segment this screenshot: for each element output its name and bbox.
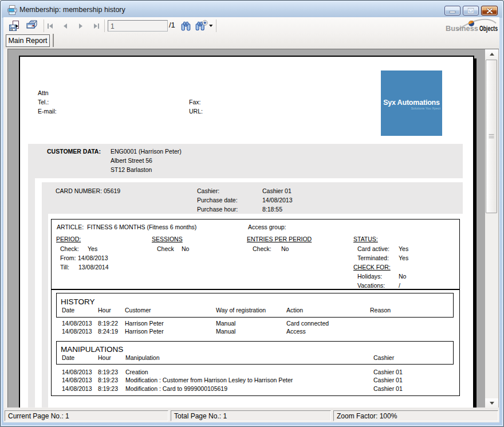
svg-text:Business: Business: [446, 24, 478, 33]
history-row: Manual: [216, 320, 235, 327]
history-header: Reason: [370, 307, 391, 314]
history-row: Card connected: [286, 320, 329, 327]
period-check-label: Check:: [60, 245, 79, 253]
period-check-value: Yes: [88, 245, 97, 253]
export-icon: [9, 20, 20, 32]
manipulations-header: Date: [62, 354, 74, 362]
card-group-strip: [42, 214, 48, 408]
card-number-label: CARD NUMBER: 05619: [56, 187, 120, 195]
customer-line: ST12 Barlaston: [111, 166, 152, 174]
find-button[interactable]: [179, 19, 192, 33]
customer-line: ENG0001 (Harrison Peter): [111, 148, 182, 155]
manipulations-row: 14/08/2013: [62, 377, 92, 384]
history-row: 8:19:22: [98, 320, 118, 327]
history-row: Access: [286, 328, 306, 335]
attn-label: Attn: [38, 89, 49, 97]
customer-data-label: CUSTOMER DATA:: [47, 148, 101, 155]
manipulations-row: Modification : Customer from Harrison Le…: [125, 377, 293, 384]
status-total-page: Total Page No.: 1: [171, 410, 331, 421]
email-label: E-mail:: [38, 108, 57, 115]
print-button[interactable]: [25, 19, 38, 33]
window-title: Membership: membership history: [19, 6, 125, 14]
card-field: Purchase date:: [197, 197, 238, 204]
card-field: 8:18:55: [262, 206, 282, 213]
tel-label: Tel.:: [38, 99, 49, 106]
history-row: Manual: [216, 328, 235, 335]
manipulations-row: Creation: [125, 369, 148, 376]
print-icon: [26, 20, 38, 32]
manipulations-row: 14/08/2013: [62, 385, 92, 393]
scroll-down-button[interactable]: [485, 398, 498, 408]
access-group-label: Access group:: [248, 224, 286, 231]
article-label: ARTICLE:: [57, 224, 84, 231]
search-icon: [180, 21, 191, 32]
sessions-check-value: No: [182, 245, 189, 253]
last-page-icon: [93, 23, 100, 29]
status-current-page: Current Page No.: 1: [5, 410, 168, 421]
logo-name: Syx Automations: [381, 99, 442, 107]
status-bar: Current Page No.: 1 Total Page No.: 1 Zo…: [3, 409, 499, 422]
customer-group-strip: [28, 178, 35, 408]
period-from-label: From:: [60, 254, 76, 262]
history-row: Harrison Peter: [125, 320, 164, 327]
toolbar-separator: [216, 19, 216, 32]
checkfor-row: Vacations:: [357, 282, 385, 289]
client-area: /1: [3, 17, 499, 422]
syx-automations-logo: Syx Automations Solutions You Xpect: [381, 70, 442, 136]
history-row: 14/08/2013: [62, 320, 92, 327]
manipulations-header: Cashier: [373, 354, 394, 362]
maximize-button[interactable]: [463, 6, 479, 15]
entries-check-label: Check:: [253, 245, 271, 253]
first-page-icon: [47, 23, 53, 29]
entries-title: ENTRIES PER PERIOD: [247, 236, 312, 243]
export-button[interactable]: [7, 19, 21, 33]
first-page-button[interactable]: [44, 20, 56, 32]
previous-page-icon: [63, 23, 68, 29]
status-row: Yes: [399, 254, 408, 262]
logo-tagline: Solutions You Xpect: [411, 107, 440, 110]
manipulations-header: Hour: [98, 354, 111, 362]
tab-main-report[interactable]: Main Report: [6, 34, 50, 47]
app-window: Membership: membership history: [0, 0, 504, 427]
scrollbar-thumb[interactable]: [486, 60, 497, 213]
checkfor-row: /: [399, 282, 400, 289]
scroll-up-button[interactable]: [485, 49, 498, 59]
manipulations-row: Cashier 01: [373, 377, 403, 384]
status-row: Terminated:: [357, 254, 389, 262]
history-header: Action: [286, 307, 303, 314]
card-field: Cashier:: [197, 187, 219, 195]
manipulations-row: 8:19:23: [98, 377, 118, 384]
period-from-value: 14/08/2013: [78, 254, 108, 262]
close-icon: [486, 8, 493, 13]
minimize-icon: [449, 8, 456, 13]
sessions-title: SESSIONS: [152, 236, 183, 243]
status-row: Card active:: [357, 245, 389, 253]
tab-separator: [53, 34, 54, 47]
card-field: Purchase hour:: [197, 206, 238, 213]
card-field: 14/08/2013: [262, 197, 293, 204]
manipulations-title: MANIPULATIONS: [61, 345, 123, 354]
manipulations-row: Cashier 01: [373, 385, 403, 393]
caption-buttons: [444, 6, 498, 15]
customer-line: Albert Street 56: [111, 157, 152, 164]
entries-check-value: No: [281, 245, 289, 253]
thumb-grip: [489, 134, 494, 139]
toolbar: /1: [3, 17, 499, 34]
toolbar-separator: [104, 19, 105, 32]
page-shadow: [474, 58, 477, 408]
minimize-button[interactable]: [444, 6, 460, 15]
next-page-button[interactable]: [74, 20, 87, 32]
last-page-button[interactable]: [90, 20, 103, 32]
previous-page-button[interactable]: [59, 20, 72, 32]
close-button[interactable]: [481, 6, 498, 15]
zoom-button[interactable]: [195, 19, 214, 33]
up-arrow-icon: [490, 53, 494, 56]
window-icon: [7, 5, 17, 15]
history-title: HISTORY: [61, 297, 95, 306]
vertical-scrollbar[interactable]: [485, 49, 498, 408]
period-till-value: 13/08/2014: [78, 264, 109, 271]
title-bar[interactable]: Membership: membership history: [1, 1, 503, 18]
page-number-input[interactable]: [108, 20, 168, 32]
fax-label: Fax:: [189, 99, 200, 106]
manipulations-row: 8:19:23: [98, 369, 118, 376]
